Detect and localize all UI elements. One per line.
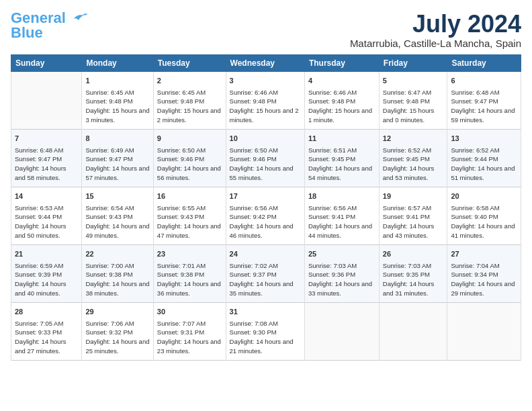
header-day-sunday: Sunday xyxy=(11,54,82,71)
day-info: Sunrise: 6:54 AMSunset: 9:43 PMDaylight:… xyxy=(85,203,149,240)
day-number: 10 xyxy=(230,134,301,144)
day-number: 7 xyxy=(15,134,78,144)
calendar-cell: 4Sunrise: 6:46 AMSunset: 9:48 PMDaylight… xyxy=(304,71,379,129)
day-number: 3 xyxy=(230,76,301,87)
calendar-cell: 22Sunrise: 7:00 AMSunset: 9:38 PMDayligh… xyxy=(82,244,153,302)
day-info: Sunrise: 7:02 AMSunset: 9:37 PMDaylight:… xyxy=(230,261,301,298)
day-number: 31 xyxy=(230,307,301,318)
header-day-friday: Friday xyxy=(379,54,447,71)
calendar-cell: 1Sunrise: 6:45 AMSunset: 9:48 PMDaylight… xyxy=(82,71,153,129)
day-info: Sunrise: 6:55 AMSunset: 9:43 PMDaylight:… xyxy=(157,203,222,240)
day-info: Sunrise: 6:45 AMSunset: 9:48 PMDaylight:… xyxy=(157,88,222,125)
day-number: 16 xyxy=(157,191,222,202)
day-number: 11 xyxy=(308,134,375,144)
page-header: GeneralBlue July 2024 Matarrubia, Castil… xyxy=(11,11,521,49)
day-info: Sunrise: 7:05 AMSunset: 9:33 PMDaylight:… xyxy=(15,319,78,356)
day-number: 21 xyxy=(15,249,78,260)
calendar-cell: 8Sunrise: 6:49 AMSunset: 9:47 PMDaylight… xyxy=(82,129,153,187)
day-number: 13 xyxy=(451,134,517,144)
day-number: 26 xyxy=(383,249,444,260)
location-subtitle: Matarrubia, Castille-La Mancha, Spain xyxy=(350,38,521,49)
day-info: Sunrise: 7:04 AMSunset: 9:34 PMDaylight:… xyxy=(451,261,517,298)
day-info: Sunrise: 6:46 AMSunset: 9:48 PMDaylight:… xyxy=(308,88,375,125)
calendar-week-row: 1Sunrise: 6:45 AMSunset: 9:48 PMDaylight… xyxy=(11,71,521,129)
calendar-week-row: 7Sunrise: 6:48 AMSunset: 9:47 PMDaylight… xyxy=(11,129,521,187)
calendar-cell: 28Sunrise: 7:05 AMSunset: 9:33 PMDayligh… xyxy=(11,302,82,360)
logo-bird-icon xyxy=(69,9,89,29)
calendar-cell: 30Sunrise: 7:07 AMSunset: 9:31 PMDayligh… xyxy=(153,302,226,360)
calendar-cell: 6Sunrise: 6:48 AMSunset: 9:47 PMDaylight… xyxy=(447,71,521,129)
day-number: 28 xyxy=(15,307,78,318)
calendar-cell xyxy=(11,71,82,129)
calendar-cell: 11Sunrise: 6:51 AMSunset: 9:45 PMDayligh… xyxy=(304,129,379,187)
day-number: 23 xyxy=(157,249,222,260)
day-info: Sunrise: 6:48 AMSunset: 9:47 PMDaylight:… xyxy=(451,88,517,125)
calendar-cell: 13Sunrise: 6:52 AMSunset: 9:44 PMDayligh… xyxy=(447,129,521,187)
day-info: Sunrise: 7:00 AMSunset: 9:38 PMDaylight:… xyxy=(85,261,149,298)
day-number: 24 xyxy=(230,249,301,260)
calendar-cell: 12Sunrise: 6:52 AMSunset: 9:45 PMDayligh… xyxy=(379,129,447,187)
day-info: Sunrise: 6:52 AMSunset: 9:44 PMDaylight:… xyxy=(451,146,517,183)
logo: GeneralBlue xyxy=(11,11,89,40)
day-number: 14 xyxy=(15,191,78,202)
calendar-cell: 5Sunrise: 6:47 AMSunset: 9:48 PMDaylight… xyxy=(379,71,447,129)
logo-text: GeneralBlue xyxy=(11,11,66,40)
day-number: 9 xyxy=(157,134,222,144)
day-number: 4 xyxy=(308,76,375,87)
calendar-table: SundayMondayTuesdayWednesdayThursdayFrid… xyxy=(11,54,521,361)
calendar-cell: 25Sunrise: 7:03 AMSunset: 9:36 PMDayligh… xyxy=(304,244,379,302)
day-number: 19 xyxy=(383,191,444,202)
day-info: Sunrise: 6:58 AMSunset: 9:40 PMDaylight:… xyxy=(451,203,517,240)
calendar-cell: 20Sunrise: 6:58 AMSunset: 9:40 PMDayligh… xyxy=(447,187,521,244)
calendar-cell: 17Sunrise: 6:56 AMSunset: 9:42 PMDayligh… xyxy=(226,187,304,244)
day-info: Sunrise: 6:45 AMSunset: 9:48 PMDaylight:… xyxy=(85,88,149,125)
day-number: 8 xyxy=(85,134,149,144)
day-info: Sunrise: 7:07 AMSunset: 9:31 PMDaylight:… xyxy=(157,319,222,356)
calendar-cell: 9Sunrise: 6:50 AMSunset: 9:46 PMDaylight… xyxy=(153,129,226,187)
day-info: Sunrise: 7:06 AMSunset: 9:32 PMDaylight:… xyxy=(85,319,149,356)
calendar-cell: 14Sunrise: 6:53 AMSunset: 9:44 PMDayligh… xyxy=(11,187,82,244)
calendar-cell: 10Sunrise: 6:50 AMSunset: 9:46 PMDayligh… xyxy=(226,129,304,187)
day-number: 12 xyxy=(383,134,444,144)
day-number: 29 xyxy=(85,307,149,318)
day-info: Sunrise: 7:01 AMSunset: 9:38 PMDaylight:… xyxy=(157,261,222,298)
day-info: Sunrise: 7:03 AMSunset: 9:36 PMDaylight:… xyxy=(308,261,375,298)
day-number: 20 xyxy=(451,191,517,202)
day-info: Sunrise: 6:56 AMSunset: 9:42 PMDaylight:… xyxy=(230,203,301,240)
day-number: 30 xyxy=(157,307,222,318)
calendar-cell: 7Sunrise: 6:48 AMSunset: 9:47 PMDaylight… xyxy=(11,129,82,187)
calendar-cell: 29Sunrise: 7:06 AMSunset: 9:32 PMDayligh… xyxy=(82,302,153,360)
calendar-week-row: 21Sunrise: 6:59 AMSunset: 9:39 PMDayligh… xyxy=(11,244,521,302)
day-info: Sunrise: 7:03 AMSunset: 9:35 PMDaylight:… xyxy=(383,261,444,298)
day-info: Sunrise: 6:53 AMSunset: 9:44 PMDaylight:… xyxy=(15,203,78,240)
calendar-cell: 18Sunrise: 6:56 AMSunset: 9:41 PMDayligh… xyxy=(304,187,379,244)
day-info: Sunrise: 6:50 AMSunset: 9:46 PMDaylight:… xyxy=(157,146,222,183)
header-day-thursday: Thursday xyxy=(304,54,379,71)
day-number: 22 xyxy=(85,249,149,260)
calendar-cell: 15Sunrise: 6:54 AMSunset: 9:43 PMDayligh… xyxy=(82,187,153,244)
calendar-cell xyxy=(379,302,447,360)
calendar-cell xyxy=(447,302,521,360)
header-day-monday: Monday xyxy=(82,54,153,71)
day-info: Sunrise: 6:52 AMSunset: 9:45 PMDaylight:… xyxy=(383,146,444,183)
day-number: 17 xyxy=(230,191,301,202)
calendar-cell: 23Sunrise: 7:01 AMSunset: 9:38 PMDayligh… xyxy=(153,244,226,302)
day-info: Sunrise: 7:08 AMSunset: 9:30 PMDaylight:… xyxy=(230,319,301,356)
day-number: 2 xyxy=(157,76,222,87)
day-number: 25 xyxy=(308,249,375,260)
day-number: 6 xyxy=(451,76,517,87)
header-day-tuesday: Tuesday xyxy=(153,54,226,71)
day-info: Sunrise: 6:46 AMSunset: 9:48 PMDaylight:… xyxy=(230,88,301,125)
day-info: Sunrise: 6:48 AMSunset: 9:47 PMDaylight:… xyxy=(15,146,78,183)
day-info: Sunrise: 6:49 AMSunset: 9:47 PMDaylight:… xyxy=(85,146,149,183)
day-info: Sunrise: 6:47 AMSunset: 9:48 PMDaylight:… xyxy=(383,88,444,125)
day-info: Sunrise: 6:51 AMSunset: 9:45 PMDaylight:… xyxy=(308,146,375,183)
calendar-week-row: 28Sunrise: 7:05 AMSunset: 9:33 PMDayligh… xyxy=(11,302,521,360)
calendar-cell: 3Sunrise: 6:46 AMSunset: 9:48 PMDaylight… xyxy=(226,71,304,129)
calendar-cell xyxy=(304,302,379,360)
calendar-cell: 16Sunrise: 6:55 AMSunset: 9:43 PMDayligh… xyxy=(153,187,226,244)
header-day-wednesday: Wednesday xyxy=(226,54,304,71)
title-block: July 2024 Matarrubia, Castille-La Mancha… xyxy=(350,11,521,49)
day-info: Sunrise: 6:57 AMSunset: 9:41 PMDaylight:… xyxy=(383,203,444,240)
calendar-cell: 2Sunrise: 6:45 AMSunset: 9:48 PMDaylight… xyxy=(153,71,226,129)
